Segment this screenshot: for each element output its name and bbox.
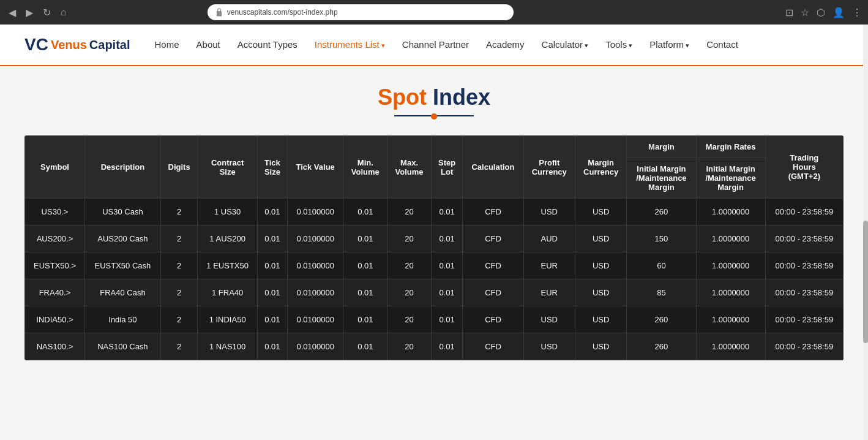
cell-tick-size: 0.01 bbox=[257, 333, 287, 360]
cell-margin-currency: USD bbox=[575, 306, 626, 333]
forward-button[interactable]: ▶ bbox=[23, 4, 36, 21]
cell-symbol: AUS200.> bbox=[25, 226, 85, 252]
cell-step-lot: 0.01 bbox=[431, 226, 462, 252]
col-calculation: Calculation bbox=[463, 136, 523, 199]
cell-min-volume: 0.01 bbox=[343, 226, 387, 252]
cell-initial-margin: 150 bbox=[627, 226, 696, 252]
nav-home[interactable]: Home bbox=[155, 39, 179, 50]
cell-step-lot: 0.01 bbox=[431, 252, 462, 279]
cell-initial-margin: 260 bbox=[627, 333, 696, 360]
cell-digits: 2 bbox=[160, 226, 198, 252]
cell-contract-size: 1 AUS200 bbox=[198, 226, 258, 252]
nav-academy[interactable]: Academy bbox=[486, 39, 525, 50]
cell-digits: 2 bbox=[160, 252, 198, 279]
cell-symbol: INDIA50.> bbox=[25, 306, 85, 333]
spot-index-table: Symbol Description Digits ContractSize T… bbox=[24, 135, 844, 360]
table-row: EUSTX50.> EUSTX50 Cash 2 1 EUSTX50 0.01 … bbox=[25, 252, 844, 279]
title-dot bbox=[431, 113, 437, 119]
cell-initial-margin: 260 bbox=[627, 199, 696, 226]
cell-initial-margin: 260 bbox=[627, 306, 696, 333]
cell-step-lot: 0.01 bbox=[431, 279, 462, 306]
cell-max-volume: 20 bbox=[387, 252, 432, 279]
cell-step-lot: 0.01 bbox=[431, 333, 462, 360]
logo[interactable]: VC Venus Capital bbox=[24, 35, 130, 55]
cell-calculation: CFD bbox=[463, 252, 523, 279]
browser-chrome: ◀ ▶ ↻ ⌂ venuscapitals.com/spot-index.php… bbox=[0, 0, 868, 25]
cell-trading-hours: 00:00 - 23:58:59 bbox=[765, 252, 843, 279]
cell-calculation: CFD bbox=[463, 226, 523, 252]
table-container: Symbol Description Digits ContractSize T… bbox=[24, 135, 844, 360]
col-margin-rates-group: Margin Rates bbox=[696, 136, 765, 158]
col-max-volume: Max.Volume bbox=[387, 136, 432, 199]
cell-contract-size: 1 US30 bbox=[198, 199, 258, 226]
cell-contract-size: 1 EUSTX50 bbox=[198, 252, 258, 279]
table-row: AUS200.> AUS200 Cash 2 1 AUS200 0.01 0.0… bbox=[25, 226, 844, 252]
cell-calculation: CFD bbox=[463, 279, 523, 306]
table-row: NAS100.> NAS100 Cash 2 1 NAS100 0.01 0.0… bbox=[25, 333, 844, 360]
table-body: US30.> US30 Cash 2 1 US30 0.01 0.0100000… bbox=[25, 199, 844, 360]
menu-icon[interactable]: ⋮ bbox=[852, 7, 862, 18]
scrollbar-thumb[interactable] bbox=[863, 221, 868, 343]
cell-calculation: CFD bbox=[463, 333, 523, 360]
col-min-volume: Min.Volume bbox=[343, 136, 387, 199]
col-tick-value: Tick Value bbox=[287, 136, 343, 199]
cell-description: AUS200 Cash bbox=[84, 226, 160, 252]
refresh-button[interactable]: ↻ bbox=[40, 4, 53, 21]
scrollbar[interactable] bbox=[863, 25, 868, 440]
cell-step-lot: 0.01 bbox=[431, 199, 462, 226]
nav-account-types[interactable]: Account Types bbox=[238, 39, 297, 50]
cell-trading-hours: 00:00 - 23:58:59 bbox=[765, 199, 843, 226]
cell-initial-margin: 60 bbox=[627, 252, 696, 279]
address-bar[interactable]: venuscapitals.com/spot-index.php bbox=[208, 4, 514, 20]
star-icon[interactable]: ☆ bbox=[801, 7, 809, 18]
nav-channel-partner[interactable]: Channel Partner bbox=[402, 39, 469, 50]
page-title-section: Spot Index bbox=[24, 85, 844, 117]
cell-margin-currency: USD bbox=[575, 226, 626, 252]
cell-margin-rates: 1.0000000 bbox=[696, 252, 765, 279]
cell-max-volume: 20 bbox=[387, 199, 432, 226]
profile-icon[interactable]: 👤 bbox=[832, 7, 845, 18]
cell-symbol: NAS100.> bbox=[25, 333, 85, 360]
home-button[interactable]: ⌂ bbox=[58, 4, 69, 20]
cell-tick-value: 0.0100000 bbox=[287, 252, 343, 279]
table-row: FRA40.> FRA40 Cash 2 1 FRA40 0.01 0.0100… bbox=[25, 279, 844, 306]
table-row: US30.> US30 Cash 2 1 US30 0.01 0.0100000… bbox=[25, 199, 844, 226]
cell-symbol: US30.> bbox=[25, 199, 85, 226]
cell-margin-rates: 1.0000000 bbox=[696, 333, 765, 360]
cell-trading-hours: 00:00 - 23:58:59 bbox=[765, 333, 843, 360]
nav-instruments-list[interactable]: Instruments List bbox=[315, 39, 385, 50]
cell-tick-value: 0.0100000 bbox=[287, 279, 343, 306]
nav-platform[interactable]: Platform bbox=[649, 39, 689, 50]
col-digits: Digits bbox=[160, 136, 198, 199]
cell-digits: 2 bbox=[160, 306, 198, 333]
back-button[interactable]: ◀ bbox=[6, 4, 18, 21]
cell-profit-currency: EUR bbox=[523, 279, 575, 306]
cell-tick-value: 0.0100000 bbox=[287, 306, 343, 333]
col-contract-size: ContractSize bbox=[198, 136, 258, 199]
cell-min-volume: 0.01 bbox=[343, 252, 387, 279]
url-text: venuscapitals.com/spot-index.php bbox=[227, 8, 338, 17]
col-trading-hours: TradingHours(GMT+2) bbox=[765, 136, 843, 199]
extension-icon[interactable]: ⬡ bbox=[817, 7, 825, 18]
cell-digits: 2 bbox=[160, 199, 198, 226]
nav-about[interactable]: About bbox=[196, 39, 220, 50]
cell-margin-currency: USD bbox=[575, 333, 626, 360]
nav-links: Home About Account Types Instruments Lis… bbox=[155, 39, 844, 50]
cell-min-volume: 0.01 bbox=[343, 333, 387, 360]
cell-step-lot: 0.01 bbox=[431, 306, 462, 333]
col-description: Description bbox=[84, 136, 160, 199]
page-title: Spot Index bbox=[24, 85, 844, 110]
title-highlight: Spot bbox=[378, 85, 427, 110]
nav-contact[interactable]: Contact bbox=[706, 39, 738, 50]
nav-tools[interactable]: Tools bbox=[605, 39, 632, 50]
col-initial-margin: Initial Margin/MaintenanceMargin bbox=[627, 158, 696, 199]
translate-icon[interactable]: ⊡ bbox=[785, 7, 793, 18]
cell-max-volume: 20 bbox=[387, 306, 432, 333]
cell-margin-currency: USD bbox=[575, 252, 626, 279]
nav-calculator[interactable]: Calculator bbox=[542, 39, 589, 50]
cell-tick-value: 0.0100000 bbox=[287, 199, 343, 226]
table-row: INDIA50.> India 50 2 1 INDIA50 0.01 0.01… bbox=[25, 306, 844, 333]
cell-tick-size: 0.01 bbox=[257, 199, 287, 226]
cell-description: US30 Cash bbox=[84, 199, 160, 226]
cell-calculation: CFD bbox=[463, 199, 523, 226]
